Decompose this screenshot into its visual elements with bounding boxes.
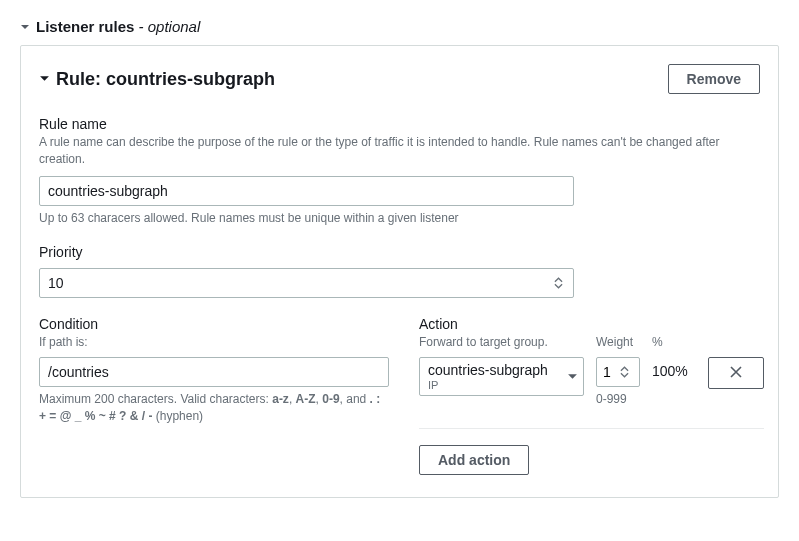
condition-hint: Maximum 200 characters. Valid characters… — [39, 391, 389, 425]
action-column: Action Forward to target group. Weight %… — [419, 316, 764, 475]
rule-name-desc: A rule name can describe the purpose of … — [39, 134, 760, 168]
rule-name-hint: Up to 63 characers allowed. Rule names m… — [39, 210, 760, 227]
remove-button[interactable]: Remove — [668, 64, 760, 94]
weight-hint: 0-999 — [596, 391, 640, 408]
rule-name-label: Rule name — [39, 116, 760, 132]
rule-card-toggle[interactable]: Rule: countries-subgraph — [39, 69, 275, 90]
action-sublabel: Forward to target group. — [419, 334, 584, 351]
weight-label: Weight — [596, 334, 640, 351]
close-icon — [729, 365, 743, 382]
condition-sublabel: If path is: — [39, 334, 389, 351]
rule-name-input[interactable] — [39, 176, 574, 206]
percent-value: 100% — [652, 357, 696, 379]
divider — [419, 428, 764, 429]
stepper-icon[interactable] — [554, 277, 568, 289]
stepper-icon[interactable] — [620, 366, 634, 378]
target-group-select[interactable]: countries-subgraph IP — [419, 357, 584, 396]
caret-down-icon — [20, 18, 30, 35]
condition-label: Condition — [39, 316, 389, 332]
condition-column: Condition If path is: Maximum 200 charac… — [39, 316, 389, 475]
listener-rules-header[interactable]: Listener rules - optional — [20, 18, 779, 35]
caret-down-icon — [39, 72, 50, 87]
target-group-value: countries-subgraph — [428, 362, 557, 379]
priority-field: Priority — [39, 244, 760, 298]
rule-card: Rule: countries-subgraph Remove Rule nam… — [20, 45, 779, 498]
remove-action-button[interactable] — [708, 357, 764, 389]
rule-title-text: Rule: countries-subgraph — [56, 69, 275, 90]
priority-input[interactable] — [39, 268, 574, 298]
percent-label: % — [652, 334, 696, 351]
action-label: Action — [419, 316, 584, 332]
add-action-button[interactable]: Add action — [419, 445, 529, 475]
section-title: Listener rules - optional — [36, 18, 200, 35]
path-input[interactable] — [39, 357, 389, 387]
target-group-sub: IP — [428, 379, 557, 391]
rule-name-field: Rule name A rule name can describe the p… — [39, 116, 760, 226]
rule-card-header: Rule: countries-subgraph Remove — [39, 64, 760, 94]
priority-label: Priority — [39, 244, 760, 260]
caret-down-icon — [567, 369, 578, 385]
